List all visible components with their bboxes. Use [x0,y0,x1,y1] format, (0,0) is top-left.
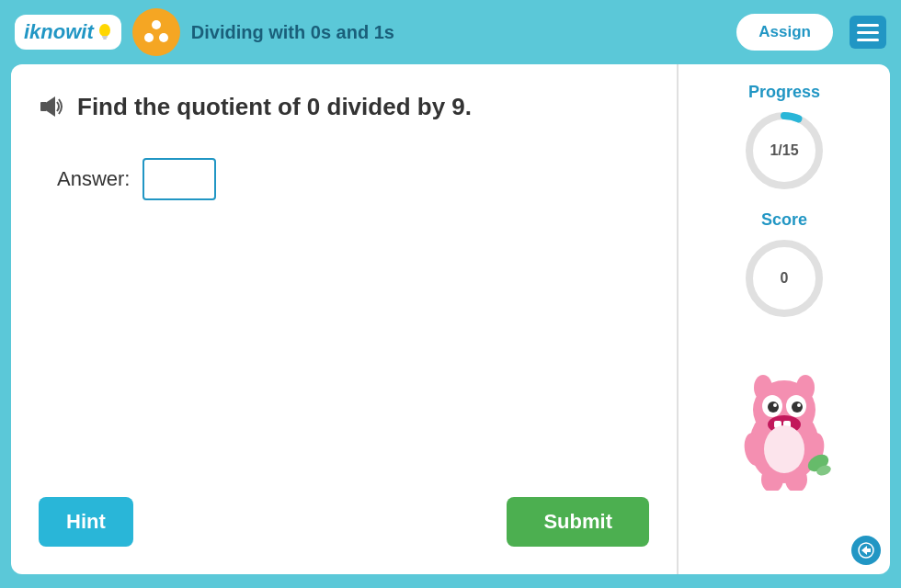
dots-icon [140,16,173,49]
audio-icon[interactable] [39,92,68,121]
header: iknowit Dividing with 0s and 1s Assign [0,0,901,64]
svg-point-3 [152,20,161,29]
progress-label: Progress [748,83,820,102]
svg-rect-6 [40,102,47,111]
sidebar: Progress 1/15 Score 0 [679,64,890,574]
answer-label: Answer: [57,167,130,191]
menu-line-2 [857,31,879,34]
main-content: Find the quotient of 0 divided by 9. Ans… [11,64,890,574]
submit-button[interactable]: Submit [507,497,649,547]
bulb-icon [97,23,112,41]
score-section: Score 0 [743,210,826,320]
svg-point-5 [159,33,168,42]
svg-point-19 [773,403,777,407]
logo-text: iknowit [24,20,94,44]
svg-point-20 [797,403,801,407]
menu-line-3 [857,39,879,41]
score-value: 0 [781,270,789,287]
svg-rect-1 [102,36,108,38]
mascot [715,344,853,491]
svg-point-0 [99,24,110,37]
svg-point-18 [792,401,803,413]
question-text: Find the quotient of 0 divided by 9. [77,93,472,121]
question-text-row: Find the quotient of 0 divided by 9. [39,92,649,121]
svg-point-17 [768,401,779,413]
svg-point-4 [144,33,154,42]
score-label: Score [761,210,807,230]
svg-marker-7 [47,96,55,117]
back-button[interactable] [851,536,881,565]
assign-button[interactable]: Assign [736,14,833,51]
logo: iknowit [15,15,121,50]
svg-point-30 [764,425,804,473]
answer-input[interactable] [143,158,216,200]
lesson-icon [132,8,180,56]
menu-button[interactable] [850,16,886,49]
question-panel: Find the quotient of 0 divided by 9. Ans… [11,64,679,574]
speaker-svg [39,93,66,120]
progress-ring-container: 1/15 [743,109,826,192]
lesson-title: Dividing with 0s and 1s [191,22,726,43]
back-icon [858,542,874,559]
svg-rect-2 [103,38,107,40]
mascot-svg [715,344,853,491]
score-ring-container: 0 [743,237,826,320]
answer-row: Answer: [57,158,649,200]
hint-button[interactable]: Hint [39,497,133,547]
progress-section: Progress 1/15 [743,83,826,192]
bottom-buttons: Hint Submit [39,497,649,556]
menu-line-1 [857,24,879,27]
progress-value: 1/15 [770,142,798,159]
